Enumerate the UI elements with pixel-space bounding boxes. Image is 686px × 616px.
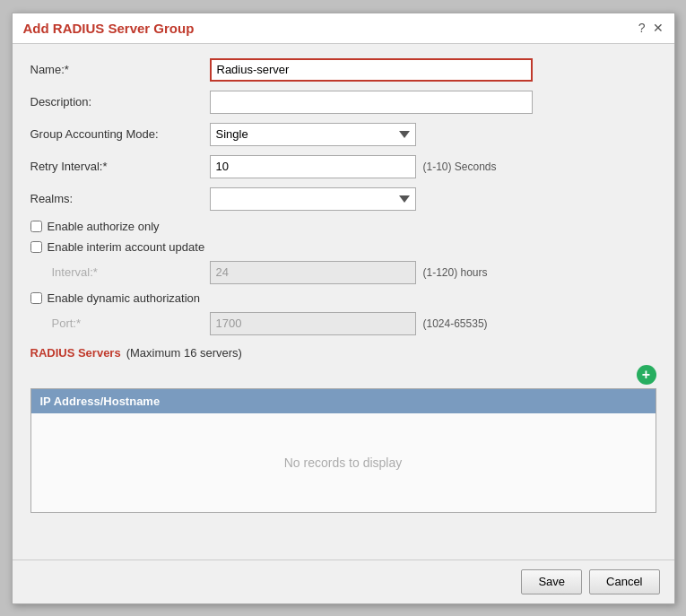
realms-row: Realms: <box>30 187 656 211</box>
dialog-footer: Save Cancel <box>13 560 674 603</box>
enable-authorize-label: Enable authorize only <box>48 220 160 233</box>
name-input[interactable] <box>210 58 533 82</box>
enable-dynamic-checkbox[interactable] <box>30 292 42 304</box>
retry-interval-label: Retry Interval:* <box>30 160 210 173</box>
enable-interim-label: Enable interim account update <box>48 240 205 254</box>
dialog-titlebar: Add RADIUS Server Group ? ✕ <box>13 13 674 44</box>
cancel-button[interactable]: Cancel <box>589 569 659 594</box>
name-label: Name:* <box>30 63 210 76</box>
description-label: Description: <box>30 95 210 108</box>
port-hint: (1024-65535) <box>423 317 488 330</box>
dialog-title: Add RADIUS Server Group <box>23 21 195 36</box>
radius-servers-table: IP Address/Hostname No records to displa… <box>30 388 656 513</box>
close-icon[interactable]: ✕ <box>653 21 664 35</box>
retry-interval-hint: (1-10) Seconds <box>423 161 497 173</box>
table-header: IP Address/Hostname <box>31 389 656 413</box>
realms-label: Realms: <box>30 192 210 205</box>
help-icon[interactable]: ? <box>638 21 646 35</box>
enable-dynamic-row: Enable dynamic authorization <box>30 291 656 305</box>
description-row: Description: <box>30 91 656 114</box>
interval-control-wrap: (1-120) hours <box>210 261 656 284</box>
interval-row: Interval:* (1-120) hours <box>30 261 656 284</box>
group-accounting-control-wrap: Single Multiple <box>210 123 656 146</box>
enable-interim-row: Enable interim account update <box>30 240 656 254</box>
port-input[interactable] <box>210 312 416 335</box>
enable-authorize-checkbox[interactable] <box>30 221 42 232</box>
group-accounting-row: Group Accounting Mode: Single Multiple <box>30 123 656 146</box>
description-control-wrap <box>210 91 656 114</box>
interval-label: Interval:* <box>52 265 210 279</box>
enable-dynamic-label: Enable dynamic authorization <box>48 291 201 305</box>
group-accounting-label: Group Accounting Mode: <box>30 127 210 141</box>
enable-authorize-row: Enable authorize only <box>30 220 656 233</box>
interval-hint: (1-120) hours <box>423 266 488 279</box>
add-btn-row: + <box>30 365 656 385</box>
description-input[interactable] <box>210 91 533 114</box>
retry-interval-row: Retry Interval:* (1-10) Seconds <box>30 155 656 178</box>
group-accounting-select[interactable]: Single Multiple <box>210 123 416 146</box>
port-control-wrap: (1024-65535) <box>210 312 656 335</box>
add-radius-dialog: Add RADIUS Server Group ? ✕ Name:* Descr… <box>12 13 675 604</box>
name-row: Name:* <box>30 58 656 82</box>
port-row: Port:* (1024-65535) <box>30 312 656 335</box>
table-body: No records to display <box>31 413 656 512</box>
enable-interim-checkbox[interactable] <box>30 241 42 253</box>
add-server-button[interactable]: + <box>637 365 656 385</box>
interval-input[interactable] <box>210 261 416 284</box>
titlebar-controls: ? ✕ <box>638 21 664 35</box>
retry-interval-control-wrap: (1-10) Seconds <box>210 155 656 178</box>
save-button[interactable]: Save <box>521 569 582 594</box>
radius-servers-label: RADIUS Servers <box>30 346 121 360</box>
radius-servers-header: RADIUS Servers (Maximum 16 servers) <box>30 346 656 360</box>
no-records-text: No records to display <box>284 455 403 470</box>
realms-control-wrap <box>210 187 656 211</box>
realms-select[interactable] <box>210 187 416 211</box>
retry-interval-input[interactable] <box>210 155 416 178</box>
radius-servers-hint: (Maximum 16 servers) <box>126 346 242 360</box>
table-column-ip: IP Address/Hostname <box>40 395 161 408</box>
name-control-wrap <box>210 58 656 82</box>
dialog-body: Name:* Description: Group Accounting Mod… <box>13 44 674 560</box>
port-label: Port:* <box>52 317 210 330</box>
